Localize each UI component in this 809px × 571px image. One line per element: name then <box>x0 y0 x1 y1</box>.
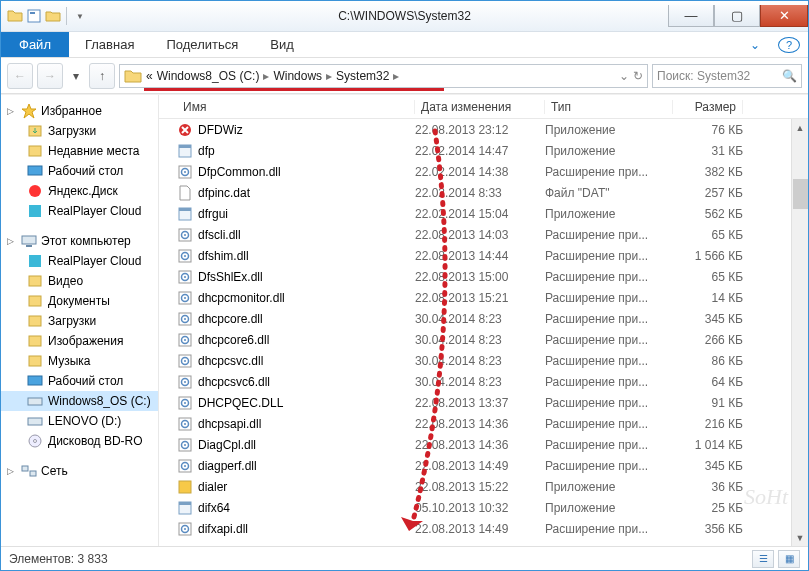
history-dropdown[interactable]: ▾ <box>67 63 85 89</box>
file-row[interactable]: dialer22.08.2013 15:22Приложение36 КБ <box>159 476 808 497</box>
sidebar-thispc[interactable]: ▷Этот компьютер <box>1 231 158 251</box>
sidebar-item[interactable]: Документы <box>1 291 158 311</box>
file-type: Расширение при... <box>545 438 673 452</box>
scroll-up-icon[interactable]: ▲ <box>792 119 808 136</box>
ribbon-tab-home[interactable]: Главная <box>69 32 150 57</box>
svg-point-71 <box>184 528 186 530</box>
refresh-icon[interactable]: ↻ <box>633 69 643 83</box>
file-row[interactable]: diagperf.dll22.08.2013 14:49Расширение п… <box>159 455 808 476</box>
sidebar-item[interactable]: Загрузки <box>1 121 158 141</box>
file-name: difxapi.dll <box>198 522 248 536</box>
file-row[interactable]: dhcpcsvc.dll30.04.2014 8:23Расширение пр… <box>159 350 808 371</box>
file-row[interactable]: dhcpcmonitor.dll22.08.2013 15:21Расширен… <box>159 287 808 308</box>
scroll-down-icon[interactable]: ▼ <box>792 529 808 546</box>
close-button[interactable]: ✕ <box>760 5 808 27</box>
ribbon-expand-icon[interactable]: ⌄ <box>740 32 770 57</box>
file-size: 1 566 КБ <box>673 249 743 263</box>
file-size: 266 КБ <box>673 333 743 347</box>
sidebar-item[interactable]: Рабочий стол <box>1 371 158 391</box>
ribbon-tab-share[interactable]: Поделиться <box>150 32 254 57</box>
qat-dropdown-icon[interactable]: ▼ <box>72 8 88 24</box>
svg-rect-24 <box>179 145 191 148</box>
col-type[interactable]: Тип <box>545 100 673 114</box>
view-details-icon[interactable]: ☰ <box>752 550 774 568</box>
address-dropdown-icon[interactable]: ⌄ <box>619 69 629 83</box>
sidebar-network[interactable]: ▷Сеть <box>1 461 158 481</box>
file-row[interactable]: dhcpsapi.dll22.08.2013 14:36Расширение п… <box>159 413 808 434</box>
svg-point-38 <box>184 276 186 278</box>
file-type: Расширение при... <box>545 270 673 284</box>
file-name: DFDWiz <box>198 123 243 137</box>
file-row[interactable]: dhcpcore6.dll30.04.2014 8:23Расширение п… <box>159 329 808 350</box>
crumb-system32[interactable]: System32 <box>336 69 389 83</box>
address-bar[interactable]: « Windows8_OS (C:)▸ Windows▸ System32▸ ⌄… <box>119 64 648 88</box>
view-large-icon[interactable]: ▦ <box>778 550 800 568</box>
file-icon <box>177 332 193 348</box>
drive-icon <box>27 393 43 409</box>
file-row[interactable]: dfp22.02.2014 14:47Приложение31 КБ <box>159 140 808 161</box>
file-date: 22.02.2014 15:04 <box>415 207 545 221</box>
realplayer-icon <box>27 203 43 219</box>
sidebar-item[interactable]: Дисковод BD-RO <box>1 431 158 451</box>
file-row[interactable]: dfrgui22.02.2014 15:04Приложение562 КБ <box>159 203 808 224</box>
col-name[interactable]: Имя <box>177 100 415 114</box>
help-icon[interactable]: ? <box>778 37 800 53</box>
file-row[interactable]: dfshim.dll22.08.2013 14:44Расширение при… <box>159 245 808 266</box>
svg-rect-14 <box>29 356 41 366</box>
recent-icon <box>27 143 43 159</box>
file-row[interactable]: DfpCommon.dll22.02.2014 14:38Расширение … <box>159 161 808 182</box>
back-button[interactable]: ← <box>7 63 33 89</box>
file-row[interactable]: dhcpcore.dll30.04.2014 8:23Расширение пр… <box>159 308 808 329</box>
up-button[interactable]: ↑ <box>89 63 115 89</box>
file-row[interactable]: dfpinc.dat22.02.2014 8:33Файл "DAT"257 К… <box>159 182 808 203</box>
sidebar-favorites[interactable]: ▷Избранное <box>1 101 158 121</box>
file-row[interactable]: difxapi.dll22.08.2013 14:49Расширение пр… <box>159 518 808 539</box>
sidebar-item[interactable]: RealPlayer Cloud <box>1 251 158 271</box>
sidebar-item[interactable]: Изображения <box>1 331 158 351</box>
sidebar-item[interactable]: Музыка <box>1 351 158 371</box>
maximize-button[interactable]: ▢ <box>714 5 760 27</box>
sidebar-item[interactable]: Недавние места <box>1 141 158 161</box>
svg-rect-66 <box>179 481 191 493</box>
crumb-drive[interactable]: Windows8_OS (C:) <box>157 69 260 83</box>
file-name: dfpinc.dat <box>198 186 250 200</box>
ribbon-file[interactable]: Файл <box>1 32 69 57</box>
file-row[interactable]: dfscli.dll22.08.2013 14:03Расширение при… <box>159 224 808 245</box>
minimize-button[interactable]: — <box>668 5 714 27</box>
file-row[interactable]: DiagCpl.dll22.08.2013 14:36Расширение пр… <box>159 434 808 455</box>
annotation-underline <box>144 88 444 91</box>
file-type: Расширение при... <box>545 165 673 179</box>
svg-rect-11 <box>29 296 41 306</box>
sidebar-item[interactable]: LENOVO (D:) <box>1 411 158 431</box>
file-icon <box>177 248 193 264</box>
qat-newfolder-icon[interactable] <box>45 8 61 24</box>
crumb-windows[interactable]: Windows <box>273 69 322 83</box>
scrollbar[interactable]: ▲ ▼ <box>791 119 808 546</box>
sidebar-item[interactable]: Яндекс.Диск <box>1 181 158 201</box>
search-icon: 🔍 <box>782 69 797 83</box>
file-name: DiagCpl.dll <box>198 438 256 452</box>
file-row[interactable]: dhcpcsvc6.dll30.04.2014 8:23Расширение п… <box>159 371 808 392</box>
col-size[interactable]: Размер <box>673 100 743 114</box>
file-row[interactable]: DHCPQEC.DLL22.08.2013 13:37Расширение пр… <box>159 392 808 413</box>
svg-rect-4 <box>28 166 42 175</box>
file-name: dhcpcsvc6.dll <box>198 375 270 389</box>
file-row[interactable]: DFDWiz22.08.2013 23:12Приложение76 КБ <box>159 119 808 140</box>
sidebar-item[interactable]: RealPlayer Cloud <box>1 201 158 221</box>
sidebar-item[interactable]: Рабочий стол <box>1 161 158 181</box>
file-row[interactable]: difx6405.10.2013 10:32Приложение25 КБ <box>159 497 808 518</box>
scroll-thumb[interactable] <box>793 179 808 209</box>
col-date[interactable]: Дата изменения <box>415 100 545 114</box>
file-name: dfrgui <box>198 207 228 221</box>
file-icon <box>177 353 193 369</box>
sidebar-item-selected[interactable]: Windows8_OS (C:) <box>1 391 158 411</box>
file-name: DHCPQEC.DLL <box>198 396 283 410</box>
sidebar-item[interactable]: Видео <box>1 271 158 291</box>
qat-properties-icon[interactable] <box>26 8 42 24</box>
sidebar-item[interactable]: Загрузки <box>1 311 158 331</box>
file-name: dhcpcsvc.dll <box>198 354 263 368</box>
search-box[interactable]: Поиск: System32 🔍 <box>652 64 802 88</box>
ribbon-tab-view[interactable]: Вид <box>254 32 310 57</box>
forward-button[interactable]: → <box>37 63 63 89</box>
file-row[interactable]: DfsShlEx.dll22.08.2013 15:00Расширение п… <box>159 266 808 287</box>
